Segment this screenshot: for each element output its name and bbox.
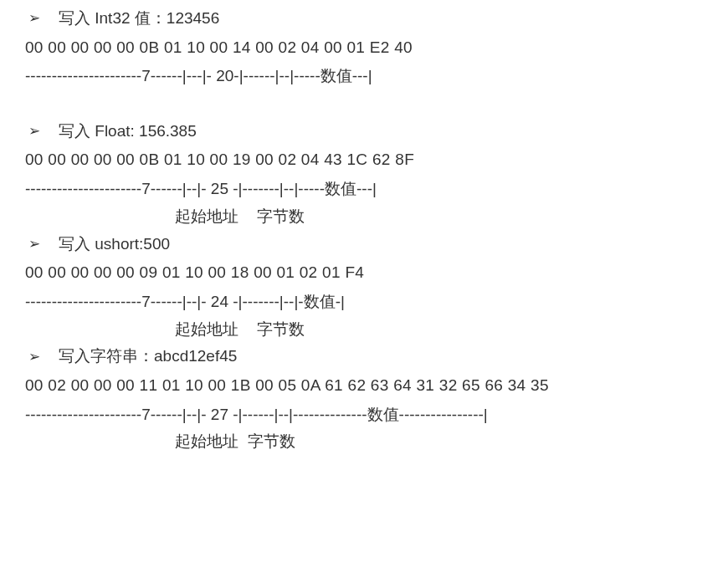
header-text: 写入 Int32 值：123456 [59, 8, 219, 29]
hex-bytes: 00 02 00 00 00 11 01 10 00 1B 00 05 0A 6… [25, 375, 703, 396]
ruler: ----------------------7------|---|- 20-|… [25, 66, 703, 87]
header-text: 写入 Float: 156.385 [59, 121, 197, 142]
header-text: 写入字符串：abcd12ef45 [59, 346, 237, 367]
ruler: ----------------------7------|--|- 27 -|… [25, 405, 703, 426]
hex-bytes: 00 00 00 00 00 09 01 10 00 18 00 01 02 0… [25, 263, 703, 284]
entry-header: ➢ 写入 Int32 值：123456 [25, 8, 703, 29]
header-text: 写入 ushort:500 [59, 234, 170, 255]
arrow-icon: ➢ [28, 122, 40, 140]
arrow-icon: ➢ [28, 9, 40, 28]
entry-header: ➢ 写入 ushort:500 [25, 234, 703, 255]
labels: 起始地址 字节数 [25, 319, 703, 340]
labels: 起始地址 字节数 [25, 207, 703, 227]
ruler: ----------------------7------|--|- 24 -|… [25, 292, 703, 313]
entry-float: ➢ 写入 Float: 156.385 00 00 00 00 00 0B 01… [25, 121, 703, 227]
entry-string: ➢ 写入字符串：abcd12ef45 00 02 00 00 00 11 01 … [25, 346, 703, 452]
arrow-icon: ➢ [28, 235, 40, 253]
entry-header: ➢ 写入字符串：abcd12ef45 [25, 346, 703, 367]
entry-header: ➢ 写入 Float: 156.385 [25, 121, 703, 142]
labels [25, 94, 703, 115]
hex-bytes: 00 00 00 00 00 0B 01 10 00 19 00 02 04 4… [25, 150, 703, 171]
hex-bytes: 00 00 00 00 00 0B 01 10 00 14 00 02 04 0… [25, 38, 703, 59]
entry-ushort: ➢ 写入 ushort:500 00 00 00 00 00 09 01 10 … [25, 234, 703, 340]
entry-int32: ➢ 写入 Int32 值：123456 00 00 00 00 00 0B 01… [25, 8, 703, 115]
labels: 起始地址 字节数 [25, 432, 703, 452]
ruler: ----------------------7------|--|- 25 -|… [25, 179, 703, 200]
arrow-icon: ➢ [28, 348, 40, 366]
